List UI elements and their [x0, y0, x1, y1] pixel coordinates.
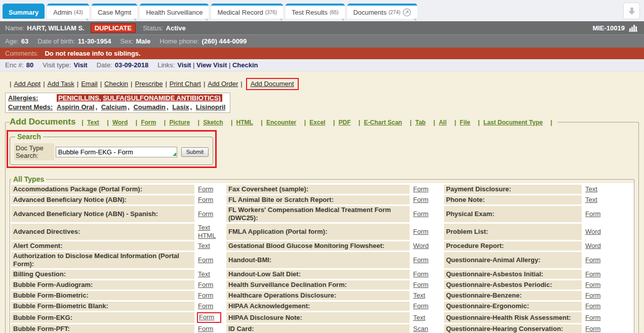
- action-add-appt[interactable]: Add Appt: [14, 80, 41, 88]
- open-questionnaire-ergonomic-form[interactable]: Form: [585, 302, 600, 310]
- tab-medical-record[interactable]: Medical Record(376): [211, 4, 283, 19]
- action-checkin[interactable]: Checkin: [104, 80, 128, 88]
- current-meds-link[interactable]: Current Meds:: [8, 103, 55, 111]
- open-bubble-form-audiogram-form[interactable]: Form: [198, 281, 213, 289]
- doc-type-link-last-document-type[interactable]: Last Document Type: [484, 119, 543, 126]
- pipe-separator: [158, 119, 159, 126]
- action-prescribe[interactable]: Prescribe: [135, 80, 163, 88]
- pipe-separator: |: [197, 119, 201, 126]
- open-advanced-directives-html[interactable]: HTML: [198, 232, 216, 240]
- med-coumadin[interactable]: Coumadin: [133, 103, 166, 111]
- submit-button[interactable]: Submit: [181, 147, 209, 157]
- open-questionnaire-asbestos-initial-form[interactable]: Form: [585, 270, 600, 278]
- doc-type-label: ID Card:: [226, 324, 410, 333]
- action-add-document[interactable]: Add Document: [251, 80, 294, 88]
- open-bubble-form-biometric-form[interactable]: Form: [198, 292, 213, 300]
- open-problem-list-word[interactable]: Word: [585, 228, 601, 236]
- encounter-link-checkin[interactable]: Checkin: [232, 61, 258, 69]
- action-add-task[interactable]: Add Task: [48, 80, 74, 88]
- doc-type-link-cell: Text: [411, 291, 442, 300]
- open-questionnaire-benzene-form[interactable]: Form: [585, 292, 600, 300]
- doc-type-link-encounter[interactable]: Encounter: [266, 119, 296, 126]
- doc-type-label: Gestational Blood Glucose Monitoring Flo…: [226, 241, 410, 251]
- download-button[interactable]: [623, 3, 640, 19]
- open-advanced-beneficiary-notice-abn-spanish-form[interactable]: Form: [198, 210, 213, 218]
- doc-type-link-e-chart-scan[interactable]: E-Chart Scan: [364, 119, 402, 126]
- med-lasix[interactable]: Lasix: [172, 103, 189, 111]
- open-hipaa-disclosure-note-text[interactable]: Text: [413, 314, 425, 322]
- tab-admin[interactable]: Admin(43): [47, 4, 89, 19]
- open-advanced-beneficiary-notice-abn-form[interactable]: Form: [198, 196, 213, 204]
- doc-type-link-text[interactable]: Text: [87, 119, 99, 126]
- open-bubble-form-biometric-blank-form[interactable]: Form: [198, 302, 213, 310]
- open-id-card-scan[interactable]: Scan: [413, 325, 428, 333]
- doc-type-link-cell: Form: [411, 302, 442, 311]
- doc-link-group: Form: [585, 325, 600, 333]
- open-payment-disclosure-text[interactable]: Text: [585, 185, 597, 193]
- open-questionnaire-animal-allergy-form[interactable]: Form: [585, 256, 600, 264]
- open-handout-bmi-form[interactable]: Form: [413, 256, 428, 264]
- open-advanced-directives-text[interactable]: Text: [198, 224, 216, 232]
- open-accommodations-package-portal-form-form[interactable]: Form: [198, 185, 213, 193]
- doc-type-search-input[interactable]: [56, 147, 177, 157]
- open-alert-comment-text[interactable]: Text: [198, 242, 210, 250]
- tab-health-surveillance[interactable]: Health Surveillance: [140, 4, 209, 19]
- doc-type-link-pdf[interactable]: PDF: [339, 119, 351, 126]
- action-print-chart[interactable]: Print Chart: [170, 80, 201, 88]
- tab-documents[interactable]: Documents(274): [347, 4, 417, 19]
- date-label: Date:: [97, 61, 112, 69]
- open-questionnaire-asbestos-periodic-form[interactable]: Form: [585, 281, 600, 289]
- doc-type-link-html[interactable]: HTML: [236, 119, 253, 126]
- doc-link-group: Word: [413, 242, 429, 250]
- action-add-order[interactable]: Add Order: [208, 80, 238, 88]
- doc-type-link-excel[interactable]: Excel: [309, 119, 325, 126]
- doc-link-group: Form: [198, 196, 213, 204]
- all-types-legend: All Types: [11, 175, 46, 183]
- doc-type-link-file[interactable]: File: [460, 119, 470, 126]
- med-lisinopril[interactable]: Lisinopril: [196, 103, 226, 111]
- open-health-surveillance-declination-form-form[interactable]: Form: [413, 281, 428, 289]
- open-procedure-report-word[interactable]: Word: [585, 242, 601, 250]
- open-handout-low-salt-diet-form[interactable]: Form: [413, 270, 428, 278]
- doc-type-link-picture[interactable]: Picture: [169, 119, 190, 126]
- allergy-sulfa-sulfonamide-antibiotics[interactable]: SULFA(SULFONAMIDE ANTIBIOTICS): [103, 94, 221, 102]
- open-questionnaire-health-risk-assessment-form[interactable]: Form: [585, 314, 600, 322]
- open-external-icon[interactable]: [402, 8, 411, 17]
- open-fax-coversheet-sample-form[interactable]: Form: [413, 185, 428, 193]
- open-fl-workers-compensation-medical-treatment-form-dwc25-form[interactable]: Form: [413, 210, 428, 218]
- open-bubble-form-pft-form[interactable]: Form: [198, 325, 213, 333]
- encounter-link-visit[interactable]: Visit: [177, 61, 191, 69]
- open-gestational-blood-glucose-monitoring-flowsheet-word[interactable]: Word: [413, 242, 429, 250]
- table-row: Bubble Form-Audiogram:FormHealth Surveil…: [11, 280, 633, 289]
- doc-type-link-form[interactable]: Form: [141, 119, 156, 126]
- annotation-box-add-document: Add Document: [246, 78, 299, 90]
- open-bubble-form-ekg-form[interactable]: Form: [199, 313, 214, 321]
- med-calcium[interactable]: Calcium: [101, 103, 127, 111]
- doc-link-group: Form: [585, 302, 600, 310]
- open-hipaa-acknowledgement-form[interactable]: Form: [413, 302, 428, 310]
- doc-type-search-label: Doc Type Search:: [14, 143, 54, 160]
- allergies-link[interactable]: Allergies:: [8, 94, 55, 102]
- tab-test-results[interactable]: Test Results(65): [286, 4, 345, 19]
- open-fl-animal-bite-or-scratch-report-form[interactable]: Form: [413, 196, 428, 204]
- doc-type-link-tab[interactable]: Tab: [415, 119, 425, 126]
- doc-type-link-word[interactable]: Word: [112, 119, 128, 126]
- action-email[interactable]: Email: [81, 80, 98, 88]
- comments-label: Comments:: [5, 50, 38, 57]
- tab-case-mgmt[interactable]: Case Mgmt: [92, 4, 137, 19]
- tab-summary[interactable]: Summary: [3, 4, 45, 19]
- med-aspirin-oral[interactable]: Aspirin Oral: [57, 103, 94, 111]
- open-healthcare-operations-disclosure-text[interactable]: Text: [413, 292, 425, 300]
- open-phone-note-text[interactable]: Text: [585, 196, 597, 204]
- encounter-link-view-visit[interactable]: View Visit: [196, 61, 227, 69]
- open-physical-exam-form[interactable]: Form: [585, 210, 600, 218]
- doc-type-label: Problem List:: [444, 224, 582, 240]
- doc-type-link-all[interactable]: All: [439, 119, 447, 126]
- open-questionnaire-hearing-conservation-form[interactable]: Form: [585, 325, 600, 333]
- open-billing-question-text[interactable]: Text: [198, 270, 210, 278]
- allergy-penicillins[interactable]: PENICILLINS: [58, 94, 99, 102]
- chart-icon[interactable]: [628, 24, 639, 32]
- open-fmla-application-portal-form-form[interactable]: Form: [413, 228, 428, 236]
- open-authorization-to-disclose-medical-information-portal-form-form[interactable]: Form: [198, 256, 213, 264]
- doc-type-link-sketch[interactable]: Sketch: [203, 119, 223, 126]
